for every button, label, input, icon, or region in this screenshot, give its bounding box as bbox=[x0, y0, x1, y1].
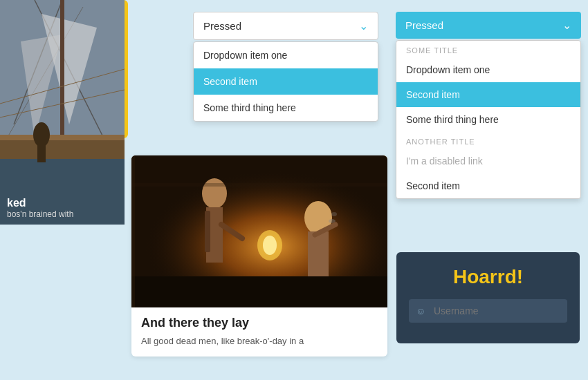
dropdown-gray-trigger[interactable]: Pressed ⌄ bbox=[193, 12, 378, 40]
username-input[interactable] bbox=[409, 299, 567, 323]
svg-rect-22 bbox=[205, 211, 210, 252]
username-input-wrap: ☺ bbox=[409, 299, 567, 323]
svg-rect-10 bbox=[0, 135, 125, 140]
chevron-down-icon: ⌄ bbox=[359, 19, 368, 32]
dropdown-blue-section-title-1: SOME TITLE bbox=[396, 41, 580, 57]
svg-point-12 bbox=[33, 122, 50, 147]
svg-rect-9 bbox=[0, 138, 125, 159]
dropdown-blue-item-3[interactable]: Some third thing here bbox=[396, 107, 580, 132]
dropdown-gray: Pressed ⌄ Dropdown item one Second item … bbox=[193, 12, 378, 122]
image-card-1: ked bos'n brained with bbox=[0, 0, 125, 225]
dropdown-gray-selected-label: Pressed bbox=[203, 20, 241, 32]
dropdown-gray-item-3[interactable]: Some third thing here bbox=[194, 95, 378, 121]
user-icon: ☺ bbox=[416, 305, 425, 316]
truncated-sub: bos'n brained with bbox=[7, 209, 118, 219]
card-2-text: All good dead men, like break-o'-day in … bbox=[141, 334, 378, 348]
svg-point-19 bbox=[263, 236, 277, 255]
svg-rect-13 bbox=[37, 145, 46, 162]
dropdown-blue-section-title-2: ANOTHER TITLE bbox=[396, 132, 580, 149]
svg-rect-24 bbox=[308, 231, 329, 280]
dropdown-blue-item-1[interactable]: Dropdown item one bbox=[396, 57, 580, 82]
chevron-down-icon-white: ⌄ bbox=[562, 19, 571, 32]
dropdown-blue-selected-label: Pressed bbox=[405, 19, 443, 31]
dropdown-blue-item-4: I'm a disabled link bbox=[396, 149, 580, 173]
svg-point-26 bbox=[331, 212, 337, 216]
dropdown-gray-menu: Dropdown item one Second item Some third… bbox=[193, 41, 378, 122]
card-2-title: And there they lay bbox=[141, 316, 378, 330]
dropdown-blue-item-5[interactable]: Second item bbox=[396, 173, 580, 198]
login-card: Hoarrd! ☺ bbox=[396, 252, 580, 343]
svg-rect-29 bbox=[131, 183, 387, 187]
svg-rect-27 bbox=[131, 276, 387, 307]
dropdown-blue-item-2[interactable]: Second item bbox=[396, 82, 580, 107]
dropdown-blue-trigger[interactable]: Pressed ⌄ bbox=[396, 12, 581, 39]
svg-rect-28 bbox=[131, 155, 135, 307]
dropdown-blue-menu: SOME TITLE Dropdown item one Second item… bbox=[396, 40, 581, 199]
card-2-image bbox=[131, 155, 387, 307]
truncated-title: ked bbox=[7, 197, 118, 209]
truncated-text: ked bos'n brained with bbox=[0, 191, 125, 225]
svg-rect-8 bbox=[60, 0, 64, 138]
card-2-body: And there they lay All good dead men, li… bbox=[131, 307, 387, 357]
svg-point-20 bbox=[202, 178, 227, 209]
dropdown-gray-item-2[interactable]: Second item bbox=[194, 68, 378, 95]
login-title: Hoarrd! bbox=[409, 266, 567, 288]
image-card-2: And there they lay All good dead men, li… bbox=[131, 155, 387, 357]
dropdown-gray-item-1[interactable]: Dropdown item one bbox=[194, 42, 378, 68]
dropdown-blue: Pressed ⌄ SOME TITLE Dropdown item one S… bbox=[396, 12, 581, 199]
